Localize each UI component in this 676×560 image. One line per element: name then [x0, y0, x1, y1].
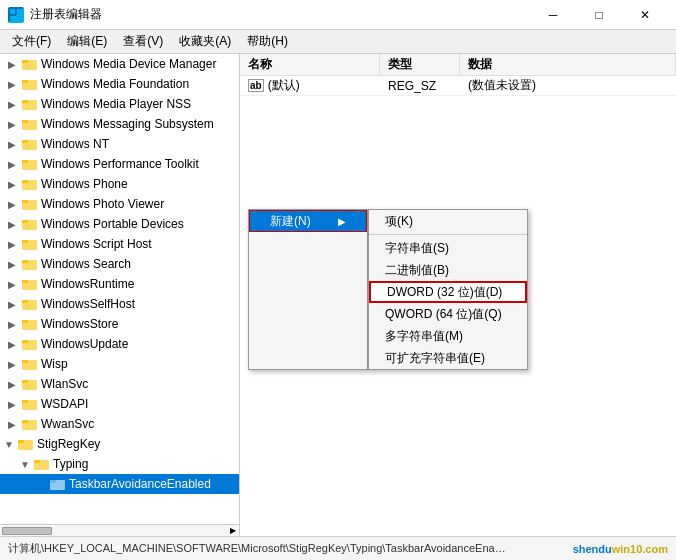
menu-view[interactable]: 查看(V) — [115, 31, 171, 53]
minimize-button[interactable]: ─ — [530, 0, 576, 30]
maximize-button[interactable]: □ — [576, 0, 622, 30]
watermark: shenduwin10.com — [573, 543, 668, 555]
folder-icon — [22, 217, 38, 231]
expand-icon: ▶ — [8, 359, 20, 370]
expand-icon: ▶ — [8, 79, 20, 90]
svg-rect-15 — [22, 160, 28, 163]
svg-rect-3 — [17, 16, 22, 21]
submenu-item-string[interactable]: 字符串值(S) — [369, 237, 527, 259]
svg-rect-27 — [22, 280, 28, 283]
menu-edit[interactable]: 编辑(E) — [59, 31, 115, 53]
expand-icon: ▶ — [8, 279, 20, 290]
scroll-thumb[interactable] — [2, 527, 52, 535]
status-path: 计算机\HKEY_LOCAL_MACHINE\SOFTWARE\Microsof… — [8, 541, 508, 556]
scroll-right-btn[interactable]: ▶ — [227, 525, 239, 537]
tree-item-windows-media-foundation[interactable]: ▶ Windows Media Foundation — [0, 74, 239, 94]
submenu-divider — [369, 234, 527, 235]
expand-icon: ▶ — [8, 419, 20, 430]
right-panel-header: 名称 类型 数据 — [240, 54, 676, 76]
tree-item-wsdapi[interactable]: ▶ WSDAPI — [0, 394, 239, 414]
svg-rect-23 — [22, 240, 28, 243]
svg-rect-19 — [22, 200, 28, 203]
expand-icon: ▶ — [8, 299, 20, 310]
svg-rect-31 — [22, 320, 28, 323]
expand-icon: ▶ — [8, 139, 20, 150]
expand-icon: ▶ — [8, 179, 20, 190]
tree-item-windows-search[interactable]: ▶ Windows Search — [0, 254, 239, 274]
expand-icon: ▶ — [8, 219, 20, 230]
tree-item-typing[interactable]: ▼ Typing — [0, 454, 239, 474]
svg-rect-0 — [10, 9, 15, 14]
folder-icon — [22, 97, 38, 111]
value-type: REG_SZ — [380, 79, 460, 93]
svg-rect-33 — [22, 340, 28, 343]
submenu-item-binary[interactable]: 二进制值(B) — [369, 259, 527, 281]
expand-icon: ▶ — [8, 119, 20, 130]
svg-rect-41 — [22, 420, 28, 423]
tree-item-windows-phone[interactable]: ▶ Windows Phone — [0, 174, 239, 194]
expand-icon: ▶ — [8, 339, 20, 350]
svg-rect-7 — [22, 80, 28, 83]
folder-icon — [22, 57, 38, 71]
folder-icon — [22, 157, 38, 171]
expand-icon: ▶ — [8, 379, 20, 390]
folder-icon — [22, 237, 38, 251]
folder-icon — [22, 257, 38, 271]
context-menu-overlay: 新建(N) ▶ 项(K) 字符串值(S) 二进制值(B) DWORD (32 位… — [248, 209, 528, 370]
registry-value-row[interactable]: ab (默认) REG_SZ (数值未设置) — [240, 76, 676, 96]
horizontal-scrollbar[interactable]: ▶ — [0, 524, 240, 536]
tree-item-windows-media-player-nss[interactable]: ▶ Windows Media Player NSS — [0, 94, 239, 114]
svg-rect-5 — [22, 60, 28, 63]
expand-icon: ▶ — [8, 259, 20, 270]
menu-file[interactable]: 文件(F) — [4, 31, 59, 53]
close-button[interactable]: ✕ — [622, 0, 668, 30]
status-bar: 计算机\HKEY_LOCAL_MACHINE\SOFTWARE\Microsof… — [0, 536, 676, 560]
submenu-item-dword[interactable]: DWORD (32 位)值(D) — [369, 281, 527, 303]
expand-icon: ▶ — [8, 99, 20, 110]
tree-item-taskbar-avoidance-enabled[interactable]: TaskbarAvoidanceEnabled — [0, 474, 239, 494]
context-menu-new[interactable]: 新建(N) ▶ — [249, 210, 367, 232]
tree-item-windows-update[interactable]: ▶ WindowsUpdate — [0, 334, 239, 354]
tree-item-wisp[interactable]: ▶ Wisp — [0, 354, 239, 374]
expand-icon: ▼ — [20, 459, 32, 470]
svg-rect-2 — [10, 16, 15, 21]
title-bar: 注册表编辑器 ─ □ ✕ — [0, 0, 676, 30]
menu-help[interactable]: 帮助(H) — [239, 31, 296, 53]
tree-item-windows-script-host[interactable]: ▶ Windows Script Host — [0, 234, 239, 254]
folder-icon — [22, 77, 38, 91]
submenu-item-key[interactable]: 项(K) — [369, 210, 527, 232]
value-data: (数值未设置) — [460, 77, 676, 94]
svg-rect-39 — [22, 400, 28, 403]
menu-favorites[interactable]: 收藏夹(A) — [171, 31, 239, 53]
folder-icon — [22, 277, 38, 291]
submenu-item-expandstring[interactable]: 可扩充字符串值(E) — [369, 347, 527, 369]
svg-rect-9 — [22, 100, 28, 103]
folder-icon — [22, 397, 38, 411]
main-content: ▶ Windows Media Device Manager ▶ Windows… — [0, 54, 676, 536]
tree-item-stig-reg-key[interactable]: ▼ StigRegKey — [0, 434, 239, 454]
folder-icon — [50, 477, 66, 491]
submenu-item-multistring[interactable]: 多字符串值(M) — [369, 325, 527, 347]
registry-tree: ▶ Windows Media Device Manager ▶ Windows… — [0, 54, 240, 536]
tree-item-wlansvc[interactable]: ▶ WlanSvc — [0, 374, 239, 394]
submenu-arrow: ▶ — [338, 216, 346, 227]
svg-rect-17 — [22, 180, 28, 183]
tree-item-windows-portable-devices[interactable]: ▶ Windows Portable Devices — [0, 214, 239, 234]
tree-item-wwansvc[interactable]: ▶ WwanSvc — [0, 414, 239, 434]
submenu-item-qword[interactable]: QWORD (64 位)值(Q) — [369, 303, 527, 325]
svg-rect-37 — [22, 380, 28, 383]
tree-item-windows-media-device-manager[interactable]: ▶ Windows Media Device Manager — [0, 54, 239, 74]
context-menu: 新建(N) ▶ — [248, 209, 368, 370]
tree-item-windows-runtime[interactable]: ▶ WindowsRuntime — [0, 274, 239, 294]
tree-item-windows-photo-viewer[interactable]: ▶ Windows Photo Viewer — [0, 194, 239, 214]
tree-item-windows-nt[interactable]: ▶ Windows NT — [0, 134, 239, 154]
svg-rect-43 — [18, 440, 24, 443]
tree-item-windows-performance-toolkit[interactable]: ▶ Windows Performance Toolkit — [0, 154, 239, 174]
tree-item-windows-self-host[interactable]: ▶ WindowsSelfHost — [0, 294, 239, 314]
tree-item-windows-messaging-subsystem[interactable]: ▶ Windows Messaging Subsystem — [0, 114, 239, 134]
col-header-data: 数据 — [460, 54, 676, 75]
value-name: ab (默认) — [240, 77, 380, 94]
tree-item-windows-store[interactable]: ▶ WindowsStore — [0, 314, 239, 334]
svg-rect-29 — [22, 300, 28, 303]
svg-rect-21 — [22, 220, 28, 223]
